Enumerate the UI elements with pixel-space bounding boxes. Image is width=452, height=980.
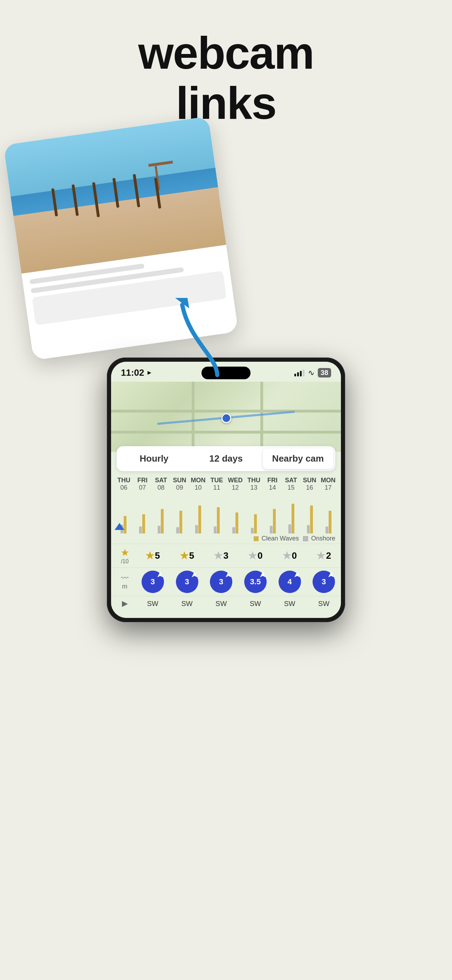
day-col-sat15: SAT 15 [282, 477, 300, 492]
rating-cell-0: ★ 5 [135, 550, 170, 562]
wave-bar-group-11 [320, 511, 337, 533]
wave-direction-arrow-0 [157, 571, 163, 578]
wave-bar-group-5 [208, 507, 225, 533]
wave-circle-5: 3 [312, 571, 335, 593]
wave-bar-group-2 [152, 509, 170, 533]
svg-marker-1 [157, 572, 163, 577]
wave-cell-0: 3 [135, 571, 170, 593]
wave-circle-4: 4 [279, 571, 301, 593]
rating-cell-2: ★ 3 [204, 550, 238, 562]
dir-cell-5: SW [307, 600, 341, 608]
dir-cell-0: SW [135, 600, 170, 608]
position-marker [115, 523, 124, 530]
dir-cell-1: SW [170, 600, 204, 608]
onshore-legend-box [303, 536, 308, 541]
phone-device: 11:02 ► ∿ 38 [107, 358, 345, 622]
wave-circle-0: 3 [142, 571, 164, 593]
wave-bar-group-3 [170, 511, 188, 533]
svg-marker-2 [192, 572, 197, 577]
wave-bar-group-10 [301, 506, 319, 533]
days-header-row: THU 06 FRI 07 SAT 08 SUN 09 MON 10 [111, 477, 341, 492]
wifi-icon: ∿ [308, 368, 314, 377]
star-empty-icon: ★ [248, 550, 257, 562]
wave-row-label: 〰 m [111, 574, 135, 590]
wave-cell-1: 3 [170, 571, 204, 593]
wave-cell-3: 3.5 [238, 571, 272, 593]
onshore-label: Onshore [311, 535, 335, 542]
dir-cell-3: SW [238, 600, 272, 608]
wave-bar-group-6 [227, 512, 244, 533]
wave-chart [111, 492, 341, 533]
clean-waves-label: Clean Waves [262, 535, 299, 542]
day-col-fri07: FRI 07 [133, 477, 152, 492]
svg-marker-5 [294, 572, 300, 577]
tab-12days[interactable]: 12 days [191, 448, 261, 469]
star-empty-icon: ★ [282, 550, 291, 562]
wave-cells: 3 3 [135, 571, 341, 593]
rating-cell-4: ★ 0 [272, 550, 307, 562]
star-icon: ★ [121, 547, 129, 558]
svg-marker-3 [226, 572, 231, 577]
rating-unit-label: /10 [121, 558, 129, 565]
star-empty-icon: ★ [317, 550, 325, 562]
wave-unit-label: m [122, 583, 127, 590]
day-col-wed12: WED 12 [226, 477, 245, 492]
tab-hourly[interactable]: Hourly [119, 448, 189, 469]
day-col-sun09: SUN 09 [170, 477, 189, 492]
rating-cells: ★ 5 ★ 5 ★ 3 ★ 0 [135, 550, 341, 562]
day-col-sun16: SUN 16 [300, 477, 319, 492]
battery-indicator: 38 [318, 368, 331, 377]
svg-marker-6 [328, 572, 334, 577]
rating-row: ★ /10 ★ 5 ★ 5 ★ 3 [111, 544, 341, 568]
day-col-mon10: MON 10 [189, 477, 207, 492]
wave-height-row: 〰 m 3 3 [111, 568, 341, 596]
rating-row-label: ★ /10 [111, 547, 135, 565]
arrow-annotation [154, 287, 231, 379]
wave-direction-arrow-2 [225, 571, 232, 578]
direction-cells: SW SW SW SW SW SW [135, 600, 341, 608]
rating-cell-1: ★ 5 [170, 550, 204, 562]
status-time: 11:02 ► [121, 368, 153, 378]
signal-icon [294, 369, 304, 376]
compass-icon: ▶ [122, 599, 128, 608]
dir-cell-2: SW [204, 600, 238, 608]
wave-cell-5: 3 [307, 571, 341, 593]
status-icons: ∿ 38 [294, 368, 331, 377]
map-area [111, 382, 341, 452]
forecast-area: THU 06 FRI 07 SAT 08 SUN 09 MON 10 [111, 477, 341, 618]
clean-waves-legend-box [254, 536, 259, 541]
tab-nearby-cam[interactable]: Nearby cam [263, 448, 333, 469]
wave-bar-group-9 [282, 504, 300, 533]
day-col-mon17: MON 17 [319, 477, 337, 492]
wave-direction-arrow-1 [191, 571, 197, 578]
wave-bar-group-8 [264, 509, 282, 533]
wave-icon: 〰 [121, 574, 129, 583]
day-col-thu06: THU 06 [115, 477, 133, 492]
wave-direction-arrow-4 [294, 571, 300, 578]
wave-bar-group-1 [133, 514, 151, 533]
wave-circle-1: 3 [176, 571, 198, 593]
day-col-fri14: FRI 14 [263, 477, 282, 492]
wind-row-label: ▶ [111, 599, 135, 608]
svg-marker-4 [260, 572, 266, 577]
day-col-sat08: SAT 08 [152, 477, 170, 492]
wind-direction-row: ▶ SW SW SW SW SW SW [111, 596, 341, 611]
wave-circle-2: 3 [210, 571, 232, 593]
phone-screen: 11:02 ► ∿ 38 [111, 362, 341, 618]
page-title: webcam links [0, 0, 452, 128]
star-filled-icon: ★ [180, 550, 188, 562]
wave-circle-3: 3.5 [244, 571, 267, 593]
star-empty-icon: ★ [214, 550, 223, 562]
rating-cell-5: ★ 2 [307, 550, 341, 562]
rating-cell-3: ★ 0 [238, 550, 272, 562]
chart-legend: Clean Waves Onshore [111, 533, 341, 544]
wave-cell-4: 4 [272, 571, 307, 593]
dir-cell-4: SW [272, 600, 307, 608]
tab-bar: Hourly 12 days Nearby cam [117, 446, 335, 471]
day-col-tue11: TUE 11 [207, 477, 226, 492]
wave-bar-group-7 [245, 514, 263, 533]
wave-direction-arrow-5 [328, 571, 334, 578]
wave-bar-group-4 [189, 506, 207, 533]
day-col-thu13: THU 13 [245, 477, 263, 492]
wave-direction-arrow-3 [259, 571, 266, 578]
